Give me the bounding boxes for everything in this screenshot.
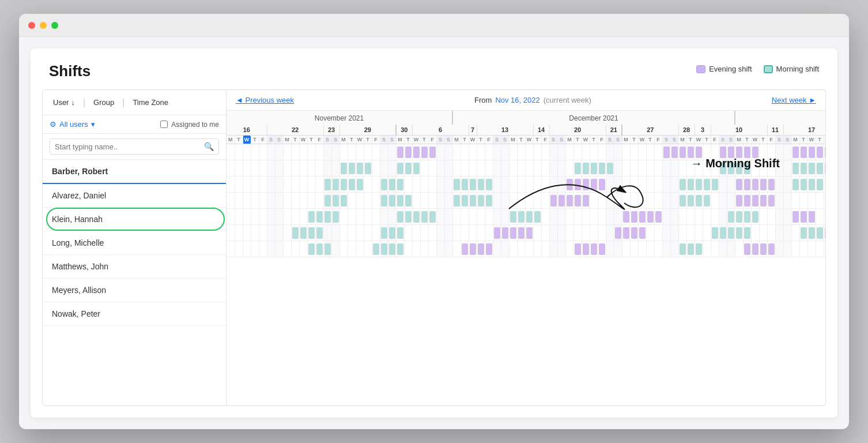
calendar-cell[interactable] [259,160,267,177]
calendar-cell[interactable] [573,225,582,241]
calendar-cell[interactable] [549,241,557,257]
calendar-cell[interactable] [525,177,533,193]
calendar-cell[interactable] [243,241,251,257]
calendar-cell[interactable] [662,225,670,241]
next-week-button[interactable]: Next week ► [772,96,816,104]
calendar-cell[interactable] [243,209,251,225]
calendar-cell[interactable] [388,144,396,160]
calendar-cell[interactable] [775,144,783,160]
calendar-cell[interactable] [493,209,501,225]
calendar-cell[interactable] [428,241,436,257]
calendar-cell[interactable] [549,209,557,225]
calendar-cell[interactable] [485,209,493,225]
calendar-cell[interactable] [549,160,557,177]
calendar-cell[interactable] [412,144,420,160]
calendar-cell[interactable] [307,225,315,241]
calendar-cell[interactable] [622,241,630,257]
calendar-cell[interactable] [824,209,825,225]
calendar-cell[interactable] [759,209,767,225]
calendar-cell[interactable] [816,225,824,241]
calendar-cell[interactable] [557,160,565,177]
calendar-cell[interactable] [299,144,307,160]
calendar-cell[interactable] [638,193,646,209]
calendar-cell[interactable] [751,160,759,177]
calendar-cell[interactable] [525,144,533,160]
calendar-cell[interactable] [331,160,339,177]
calendar-cell[interactable] [719,193,727,209]
calendar-cell[interactable] [695,177,703,193]
calendar-cell[interactable] [565,160,573,177]
calendar-cell[interactable] [485,160,493,177]
calendar-cell[interactable] [703,193,711,209]
calendar-cell[interactable] [767,144,775,160]
calendar-cell[interactable] [243,160,251,177]
calendar-cell[interactable] [573,193,582,209]
calendar-cell[interactable] [695,193,703,209]
calendar-cell[interactable] [727,160,735,177]
assigned-to-me-label[interactable]: Assigned to me [160,121,219,129]
calendar-cell[interactable] [565,225,573,241]
calendar-cell[interactable] [461,241,469,257]
calendar-cell[interactable] [396,241,404,257]
calendar-cell[interactable] [767,225,775,241]
calendar-cell[interactable] [767,177,775,193]
calendar-cell[interactable] [816,241,824,257]
calendar-cell[interactable] [307,241,315,257]
list-item[interactable]: Matthews, John [43,255,226,279]
calendar-cell[interactable] [251,193,259,209]
calendar-cell[interactable] [227,160,235,177]
calendar-cell[interactable] [783,177,791,193]
calendar-cell[interactable] [323,177,331,193]
calendar-cell[interactable] [735,160,743,177]
calendar-cell[interactable] [735,225,743,241]
calendar-cell[interactable] [630,144,638,160]
calendar-cell[interactable] [501,177,509,193]
calendar-cell[interactable] [711,193,719,209]
calendar-cell[interactable] [444,160,452,177]
calendar-cell[interactable] [380,144,388,160]
calendar-cell[interactable] [323,144,331,160]
calendar-cell[interactable] [299,225,307,241]
calendar-cell[interactable] [799,225,807,241]
calendar-cell[interactable] [331,193,339,209]
calendar-cell[interactable] [364,177,372,193]
calendar-cell[interactable] [275,209,283,225]
calendar-cell[interactable] [695,160,703,177]
calendar-cell[interactable] [678,144,686,160]
calendar-cell[interactable] [743,225,751,241]
calendar-cell[interactable] [291,225,299,241]
calendar-cell[interactable] [461,160,469,177]
calendar-cell[interactable] [356,193,364,209]
calendar-cell[interactable] [719,209,727,225]
calendar-cell[interactable] [251,177,259,193]
calendar-cell[interactable] [638,241,646,257]
calendar-cell[interactable] [678,177,686,193]
calendar-cell[interactable] [590,241,598,257]
calendar-cell[interactable] [630,193,638,209]
calendar-cell[interactable] [791,241,799,257]
calendar-cell[interactable] [686,225,695,241]
calendar-cell[interactable] [711,209,719,225]
calendar-cell[interactable] [477,177,485,193]
calendar-cell[interactable] [541,225,549,241]
calendar-cell[interactable] [727,177,735,193]
calendar-cell[interactable] [783,209,791,225]
calendar-cell[interactable] [356,144,364,160]
calendar-cell[interactable] [331,177,339,193]
calendar-cell[interactable] [396,209,404,225]
calendar-cell[interactable] [670,177,678,193]
calendar-cell[interactable] [719,241,727,257]
calendar-cell[interactable] [606,160,614,177]
calendar-cell[interactable] [396,225,404,241]
calendar-cell[interactable] [799,144,807,160]
calendar-cell[interactable] [275,193,283,209]
calendar-cell[interactable] [428,144,436,160]
calendar-cell[interactable] [461,193,469,209]
calendar-cell[interactable] [735,209,743,225]
calendar-cell[interactable] [703,241,711,257]
assigned-to-me-checkbox[interactable] [160,121,168,128]
calendar-cell[interactable] [501,144,509,160]
calendar-cell[interactable] [573,209,582,225]
calendar-cell[interactable] [275,241,283,257]
calendar-cell[interactable] [791,144,799,160]
